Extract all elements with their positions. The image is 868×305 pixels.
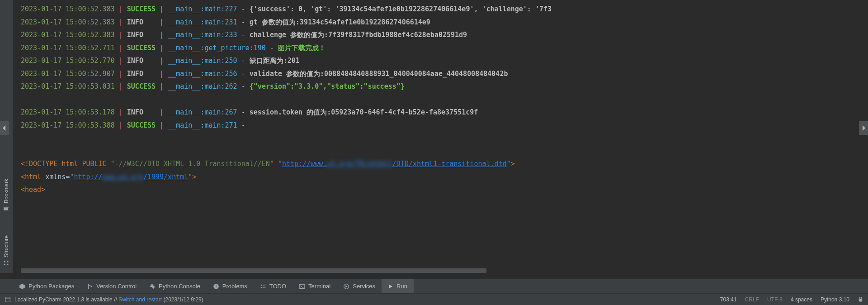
scroll-left-button[interactable] [0, 121, 9, 135]
tab-label: Services [353, 283, 375, 290]
svg-rect-9 [216, 287, 216, 288]
terminal-icon [299, 283, 305, 290]
svg-rect-17 [859, 299, 863, 301]
tab-label: Python Packages [28, 283, 74, 290]
svg-rect-16 [5, 297, 10, 302]
log-line: 2023-01-17 15:00:52.383 | INFO | __main_… [21, 16, 868, 29]
tab-python-console[interactable]: Python Console [143, 279, 207, 293]
tab-terminal[interactable]: Terminal [292, 279, 337, 293]
log-line: 2023-01-17 15:00:53.178 | INFO | __main_… [21, 106, 868, 119]
log-line: 2023-01-17 15:00:53.388 | SUCCESS | __ma… [21, 119, 868, 132]
structure-tab[interactable]: Structure [2, 233, 10, 269]
run-icon [388, 284, 393, 289]
chevron-left-icon [3, 125, 6, 131]
html-output-line: <!DOCTYPE html PUBLIC "-//W3C//DTD XHTML… [21, 157, 868, 171]
structure-label: Structure [3, 235, 9, 257]
svg-rect-10 [261, 284, 262, 285]
log-line: 2023-01-17 15:00:52.711 | SUCCESS | __ma… [21, 42, 868, 55]
svg-rect-0 [4, 264, 5, 265]
packages-icon [19, 283, 25, 290]
tab-label: TODO [269, 283, 286, 290]
bookmark-tab[interactable]: Bookmark [2, 176, 10, 214]
tab-label: Problems [222, 283, 247, 290]
svg-point-5 [88, 287, 90, 289]
log-line: 2023-01-17 15:00:52.770 | INFO | __main_… [21, 54, 868, 67]
status-info-icon [5, 296, 11, 303]
log-line: 2023-01-17 15:00:52.383 | INFO | __main_… [21, 29, 868, 42]
bookmark-icon [4, 206, 9, 212]
tool-window-bar: Python Packages Version Control Python C… [0, 279, 868, 293]
svg-rect-14 [299, 284, 305, 288]
chevron-right-icon [862, 125, 865, 131]
status-bar: Localized PyCharm 2022.1.3 is available … [0, 293, 868, 305]
html-output-line: <html xmlns="http://www.w3.org/1999/xhtm… [21, 171, 868, 184]
python-interpreter[interactable]: Python 3.10 [821, 296, 849, 303]
html-output-line: <head> [21, 183, 868, 196]
file-encoding[interactable]: UTF-8 [767, 296, 783, 303]
tab-services[interactable]: Services [337, 279, 382, 293]
indent-setting[interactable]: 4 spaces [791, 296, 812, 303]
log-line: 2023-01-17 15:00:52.383 | SUCCESS | __ma… [21, 3, 868, 16]
tab-label: Terminal [308, 283, 330, 290]
services-icon [343, 283, 349, 290]
svg-rect-1 [4, 261, 5, 262]
run-console-output[interactable]: 2023-01-17 15:00:52.383 | SUCCESS | __ma… [13, 0, 868, 273]
tab-run[interactable]: Run [382, 279, 414, 293]
todo-icon [260, 283, 266, 290]
problems-icon [213, 283, 219, 290]
cursor-position[interactable]: 703:41 [720, 296, 737, 303]
log-line: 2023-01-17 15:00:53.031 | SUCCESS | __ma… [21, 80, 868, 93]
line-separator[interactable]: CRLF [745, 296, 759, 303]
svg-rect-12 [261, 287, 262, 288]
left-tool-gutter: Bookmark Structure [0, 0, 13, 273]
scroll-right-button[interactable] [859, 121, 868, 135]
tab-problems[interactable]: Problems [207, 279, 254, 293]
log-line: 2023-01-17 15:00:52.907 | INFO | __main_… [21, 67, 868, 81]
vcs-icon [87, 283, 93, 290]
bookmark-label: Bookmark [3, 179, 9, 203]
lock-icon[interactable] [858, 296, 863, 302]
tab-version-control[interactable]: Version Control [80, 279, 143, 293]
svg-rect-11 [263, 285, 265, 285]
svg-rect-8 [216, 285, 216, 287]
structure-icon [4, 260, 9, 266]
tab-label: Python Console [159, 283, 200, 290]
python-icon [149, 283, 156, 290]
tab-python-packages[interactable]: Python Packages [13, 279, 80, 293]
tab-label: Version Control [96, 283, 137, 290]
svg-rect-3 [7, 261, 9, 262]
status-message[interactable]: Localized PyCharm 2022.1.3 is available … [14, 296, 203, 303]
tab-label: Run [396, 283, 407, 290]
tab-todo[interactable]: TODO [254, 279, 292, 293]
svg-rect-13 [263, 287, 265, 288]
scrollbar-thumb[interactable] [21, 268, 486, 273]
horizontal-scrollbar[interactable] [13, 268, 859, 273]
svg-rect-2 [7, 264, 9, 265]
